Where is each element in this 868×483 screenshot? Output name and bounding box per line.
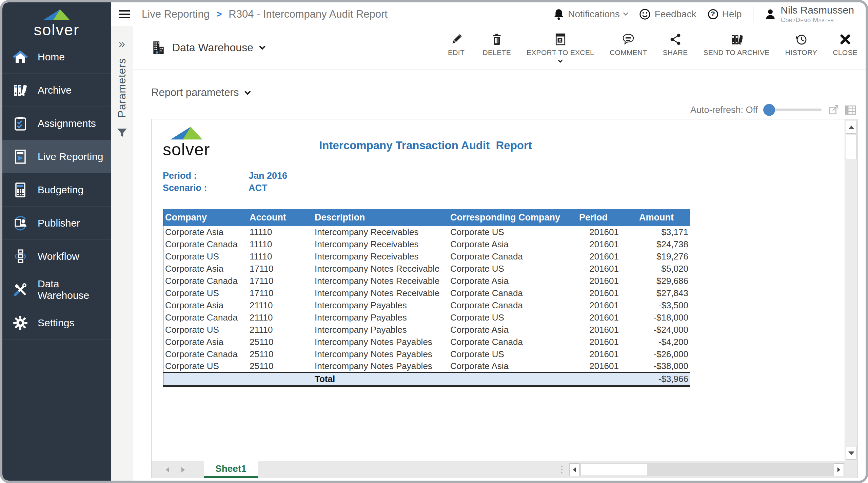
parameters-panel-collapsed[interactable]: » Parameters bbox=[111, 26, 133, 481]
table-cell: 21110 bbox=[248, 311, 313, 324]
scroll-down-button[interactable] bbox=[846, 447, 857, 460]
table-cell: -$24,000 bbox=[624, 324, 690, 336]
sidebar-item-label: Budgeting bbox=[38, 184, 83, 196]
table-cell: Corporate US bbox=[449, 263, 577, 275]
table-cell: Intercompany Receivables bbox=[313, 250, 449, 263]
history-button[interactable]: HISTORY bbox=[785, 33, 817, 57]
feedback-button[interactable]: Feedback bbox=[639, 8, 696, 20]
notifications-button[interactable]: Notifications bbox=[554, 8, 628, 20]
table-row: Corporate Canada17110Intercompany Notes … bbox=[163, 275, 690, 287]
next-sheet-arrow[interactable] bbox=[181, 467, 185, 472]
user-name: Nils Rasmussen bbox=[781, 4, 854, 16]
solver-logo: solver bbox=[2, 2, 111, 40]
table-cell: Corporate US bbox=[449, 311, 577, 324]
hamburger-menu-icon[interactable] bbox=[119, 10, 130, 18]
pencil-icon bbox=[450, 33, 462, 45]
svg-text:X: X bbox=[558, 38, 561, 42]
comment-button[interactable]: COMMENT bbox=[610, 33, 647, 57]
table-cell: 11110 bbox=[248, 226, 313, 238]
table-cell: Intercompany Notes Payables bbox=[313, 360, 449, 372]
scroll-left-button[interactable] bbox=[569, 463, 579, 476]
building-icon bbox=[151, 40, 165, 55]
report-title: Intercompany Transaction Audit Report bbox=[319, 139, 532, 152]
app-window: solver Home bbox=[0, 0, 868, 483]
budgeting-icon bbox=[13, 182, 28, 198]
sidebar-item-workflow[interactable]: Workflow bbox=[2, 240, 111, 273]
table-row: Corporate Asia17110Intercompany Notes Re… bbox=[163, 263, 690, 275]
table-cell: Corporate US bbox=[163, 324, 248, 336]
table-cell: Corporate Canada bbox=[163, 348, 248, 360]
sidebar-item-budgeting[interactable]: Budgeting bbox=[2, 173, 111, 207]
table-cell: Corporate US bbox=[449, 226, 577, 238]
horizontal-scrollbar[interactable] bbox=[569, 463, 844, 476]
sidebar-item-archive[interactable]: Archive bbox=[2, 74, 111, 107]
sidebar-item-data-warehouse[interactable]: Data Warehouse bbox=[2, 273, 111, 306]
sidebar-item-assignments[interactable]: Assignments bbox=[2, 107, 111, 140]
publisher-icon bbox=[13, 215, 28, 231]
sidebar-item-publisher[interactable]: Publisher bbox=[2, 207, 111, 240]
share-label: SHARE bbox=[663, 49, 688, 57]
scroll-right-button[interactable] bbox=[834, 463, 844, 476]
solver-logo-icon bbox=[43, 8, 71, 21]
assignments-icon bbox=[13, 116, 28, 131]
expand-parameters-icon[interactable]: » bbox=[119, 38, 125, 49]
delete-button[interactable]: DELETE bbox=[483, 33, 511, 57]
auto-refresh-knob[interactable] bbox=[763, 104, 775, 116]
close-button[interactable]: CLOSE bbox=[833, 33, 857, 57]
edit-label: EDIT bbox=[448, 49, 465, 57]
scrollbar-splitter-handle[interactable] bbox=[561, 466, 563, 474]
sidebar-item-live-reporting[interactable]: Live Reporting bbox=[2, 140, 111, 173]
breadcrumb: Live Reporting > R304 - Intercompany Aud… bbox=[142, 8, 388, 20]
user-org: CorpDemo Master bbox=[781, 16, 834, 24]
table-cell: 201601 bbox=[577, 263, 624, 275]
col-corresponding-company: Corresponding Company bbox=[449, 209, 577, 226]
user-menu[interactable]: Nils Rasmussen CorpDemo Master bbox=[765, 4, 854, 23]
chevron-down-icon bbox=[558, 58, 563, 63]
help-label: Help bbox=[722, 9, 742, 20]
report-parameters-toggle[interactable]: Report parameters bbox=[151, 86, 250, 99]
table-row: Corporate Asia11110Intercompany Receivab… bbox=[163, 226, 690, 238]
auto-refresh-slider[interactable] bbox=[765, 109, 822, 111]
send-to-archive-button[interactable]: SEND TO ARCHIVE bbox=[703, 33, 769, 57]
vertical-scrollbar[interactable] bbox=[845, 119, 857, 461]
chevron-down-icon bbox=[259, 43, 265, 50]
table-cell: 17110 bbox=[248, 287, 313, 299]
report-logo-text: solver bbox=[163, 141, 210, 158]
sidebar-item-label: Settings bbox=[38, 317, 74, 329]
bell-icon bbox=[554, 8, 564, 20]
edit-button[interactable]: EDIT bbox=[446, 33, 467, 57]
vertical-scroll-thumb[interactable] bbox=[846, 135, 857, 159]
table-body: Corporate Asia11110Intercompany Receivab… bbox=[163, 226, 690, 372]
table-cell: Corporate Asia bbox=[163, 299, 248, 311]
data-source-selector[interactable]: Data Warehouse bbox=[151, 40, 264, 55]
table-row: Corporate Asia25110Intercompany Notes Pa… bbox=[163, 336, 690, 348]
col-company: Company bbox=[163, 209, 248, 226]
sheet-tab[interactable]: Sheet1 bbox=[204, 461, 258, 478]
open-in-window-icon[interactable] bbox=[828, 104, 839, 115]
export-to-excel-button[interactable]: X EXPORT TO EXCEL bbox=[527, 33, 594, 62]
total-amount: -$3,966 bbox=[624, 372, 690, 386]
grid-view-icon[interactable] bbox=[845, 104, 856, 115]
content: Data Warehouse E bbox=[133, 26, 866, 481]
triangle-right-icon bbox=[837, 467, 840, 472]
auto-refresh-controls: Auto-refresh: Off bbox=[133, 102, 866, 118]
report-parameters-section: Report parameters bbox=[133, 70, 866, 102]
table-cell: Corporate Canada bbox=[163, 238, 248, 250]
sidebar-item-home[interactable]: Home bbox=[2, 40, 111, 74]
table-cell: 201601 bbox=[577, 348, 624, 360]
comment-label: COMMENT bbox=[610, 49, 647, 57]
workflow-icon bbox=[13, 249, 28, 264]
help-button[interactable]: ? Help bbox=[708, 9, 742, 20]
horizontal-scroll-thumb[interactable] bbox=[581, 464, 647, 476]
user-meta: Nils Rasmussen CorpDemo Master bbox=[781, 4, 854, 23]
table-row: Corporate Canada11110Intercompany Receiv… bbox=[163, 238, 690, 250]
table-cell: Intercompany Notes Payables bbox=[313, 348, 449, 360]
sidebar-item-settings[interactable]: Settings bbox=[2, 306, 111, 340]
triangle-left-icon bbox=[573, 467, 576, 472]
scenario-field: Scenario : ACT bbox=[163, 182, 287, 194]
scroll-up-button[interactable] bbox=[846, 121, 857, 134]
share-button[interactable]: SHARE bbox=[663, 33, 688, 57]
auto-refresh-label: Auto-refresh: Off bbox=[690, 105, 758, 115]
prev-sheet-arrow[interactable] bbox=[166, 467, 169, 472]
breadcrumb-parent[interactable]: Live Reporting bbox=[142, 8, 210, 20]
